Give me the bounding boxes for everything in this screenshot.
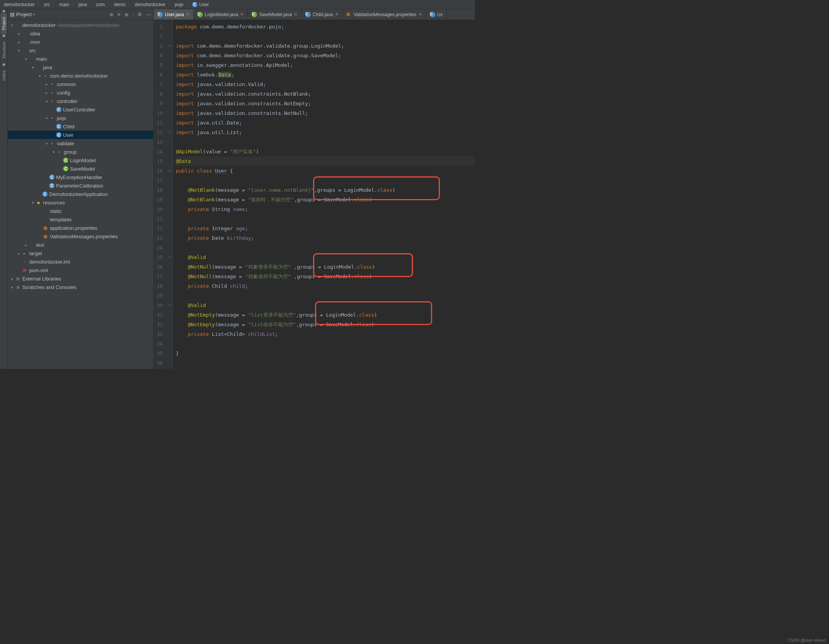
code-line-6[interactable]: import lombok.Data; [176, 70, 475, 80]
tree-twisty-icon[interactable]: ▸ [10, 277, 14, 281]
tree-item-savemodel[interactable]: SaveModel [8, 164, 153, 173]
tree-item-java[interactable]: ▾java [8, 63, 153, 71]
code-line-1[interactable]: package com.demo.demofordocker.pojo; [176, 22, 475, 32]
tree-twisty-icon[interactable]: ▾ [51, 150, 55, 154]
fold-marker-icon[interactable]: ⊟ [167, 166, 172, 176]
tree-item-loginmodel[interactable]: LoginModel [8, 156, 153, 164]
fold-gutter[interactable]: ⊟⊟⊟⊟⊟ [167, 20, 173, 369]
code-line-14[interactable]: @ApiModel(value = "用户实体") [176, 147, 475, 156]
close-icon[interactable]: ✕ [186, 12, 189, 17]
settings-icon[interactable]: ⚙ [138, 12, 142, 17]
tree-twisty-icon[interactable]: ▸ [17, 32, 21, 36]
tree-twisty-icon[interactable]: ▾ [31, 201, 35, 205]
tree-twisty-icon[interactable]: ▸ [17, 40, 21, 44]
code-line-32[interactable]: @NotEmpty(message = "list保存不能为空",groups … [176, 320, 475, 329]
tree-item-validate[interactable]: ▾validate [8, 139, 153, 148]
code-line-18[interactable]: @NotBlank(message = "{user.name.notBlank… [176, 185, 475, 195]
tree-item-common[interactable]: ▸common [8, 80, 153, 88]
code-line-34[interactable] [176, 339, 475, 349]
tree-twisty-icon[interactable]: ▾ [24, 57, 28, 61]
breadcrumb-item[interactable]: pojo [174, 2, 184, 7]
code-line-2[interactable] [176, 32, 475, 41]
code-line-28[interactable]: private Child child; [176, 281, 475, 291]
breadcrumb-item[interactable]: demo [113, 2, 126, 7]
tree-item-main[interactable]: ▾main [8, 55, 153, 63]
code-line-8[interactable]: import javax.validation.constraints.NotB… [176, 89, 475, 99]
editor-tab-child-java[interactable]: Child.java✕ [302, 9, 343, 20]
code-line-25[interactable]: @Valid [176, 252, 475, 262]
code-line-3[interactable]: import com.demo.demofordocker.validate.g… [176, 41, 475, 51]
tree-item-com-demo-demofordocker[interactable]: ▾com.demo.demofordocker [8, 71, 153, 80]
collapse-all-icon[interactable]: ≣ [124, 12, 129, 17]
code-line-33[interactable]: private List<Child> childList; [176, 329, 475, 339]
tree-item-parametercalibration[interactable]: ParameterCalibration [8, 181, 153, 190]
select-opened-file-icon[interactable]: ⊕ [109, 12, 114, 17]
tree-twisty-icon[interactable]: ▾ [38, 74, 41, 78]
tree-item-demofordockerapplication[interactable]: DemofordockerApplication [8, 190, 153, 198]
tree-twisty-icon[interactable]: ▾ [45, 116, 48, 120]
code-line-16[interactable]: public class User { [176, 166, 475, 176]
tree-item-myexceptionhandler[interactable]: MyExceptionHandler [8, 173, 153, 181]
tree-item-application-properties[interactable]: application.properties [8, 224, 153, 232]
code-line-15[interactable]: @Data [176, 156, 475, 166]
breadcrumb-item[interactable]: demofordocker [3, 2, 35, 7]
code-line-30[interactable]: @Valid [176, 300, 475, 310]
code-line-19[interactable]: @NotBlank(message = "保存时，不能为空",groups = … [176, 195, 475, 204]
tree-item-group[interactable]: ▾group [8, 148, 153, 156]
code-line-31[interactable]: @NotEmpty(message = "list登录不能为空",groups … [176, 310, 475, 320]
tree-item-controller[interactable]: ▾controller [8, 97, 153, 105]
tree-item-demofordocker-iml[interactable]: demofordocker.iml [8, 257, 153, 266]
breadcrumb-item[interactable]: com [95, 2, 106, 7]
tree-item-scratches-and-consoles[interactable]: ▸Scratches and Consoles [8, 283, 153, 291]
code-line-35[interactable]: } [176, 349, 475, 358]
tree-item-test[interactable]: ▸test [8, 241, 153, 249]
code-line-26[interactable]: @NotNull(message = "对象登录不能为空" ,groups = … [176, 262, 475, 272]
breadcrumb-item[interactable]: src [43, 2, 51, 7]
code-line-10[interactable]: import javax.validation.constraints.NotN… [176, 108, 475, 118]
tree-twisty-icon[interactable]: ▸ [45, 82, 48, 86]
tree-twisty-icon[interactable]: ▾ [31, 65, 35, 70]
sidebar-title[interactable]: Project [16, 12, 32, 17]
breadcrumb-item[interactable]: java [78, 2, 88, 7]
tree-item-pojo[interactable]: ▾pojo [8, 114, 153, 122]
tree-item--mvn[interactable]: ▸.mvn [8, 38, 153, 46]
breadcrumb-item[interactable]: User [199, 2, 210, 7]
fold-marker-icon[interactable]: ⊟ [167, 252, 172, 262]
tree-twisty-icon[interactable]: ▸ [17, 251, 21, 256]
code-line-21[interactable] [176, 214, 475, 224]
close-icon[interactable]: ✕ [240, 12, 244, 17]
tree-twisty-icon[interactable]: ▸ [10, 285, 14, 289]
tree-item-templates[interactable]: templates [8, 215, 153, 224]
code-line-36[interactable] [176, 358, 475, 368]
code-line-13[interactable] [176, 137, 475, 147]
tool-window-tab-orites[interactable]: orites [1, 66, 7, 85]
editor-tab-validationmessages-properties[interactable]: ValidationMessages.properties✕ [343, 9, 426, 20]
code-line-22[interactable]: private Integer age; [176, 224, 475, 233]
editor-tab-loginmodel-java[interactable]: LoginModel.java✕ [194, 9, 248, 20]
tree-item--idea[interactable]: ▸.idea [8, 29, 153, 38]
tree-item-usercontroller[interactable]: UserController [8, 105, 153, 114]
tool-window-tab-project[interactable]: Project [1, 13, 7, 34]
tree-item-target[interactable]: ▸target [8, 249, 153, 257]
breadcrumb-item[interactable]: main [58, 2, 70, 7]
tree-twisty-icon[interactable]: ▸ [24, 243, 28, 247]
tree-item-pom-xml[interactable]: pom.xml [8, 266, 153, 274]
tool-window-tab-structure[interactable]: Structure [1, 38, 7, 63]
code-line-24[interactable] [176, 243, 475, 252]
chevron-down-icon[interactable]: ▾ [33, 12, 35, 17]
tree-item-config[interactable]: ▸config [8, 88, 153, 97]
fold-marker-icon[interactable]: ⊟ [167, 300, 172, 310]
project-tree[interactable]: ▾demofordocker ~/iworkspace/demofordocke… [8, 20, 153, 369]
tree-item-static[interactable]: static [8, 207, 153, 215]
minimize-icon[interactable]: — [146, 12, 151, 17]
editor-tab-savemodel-java[interactable]: SaveModel.java✕ [248, 9, 301, 20]
code-editor[interactable]: 1234567891011121314151617181920212223242… [154, 20, 475, 369]
editor-tabs[interactable]: User.java✕LoginModel.java✕SaveModel.java… [154, 9, 475, 20]
tree-twisty-icon[interactable]: ▾ [45, 99, 48, 103]
code-line-29[interactable] [176, 291, 475, 300]
expand-all-icon[interactable]: ≡ [118, 12, 121, 17]
tree-item-src[interactable]: ▾src [8, 46, 153, 55]
fold-marker-icon[interactable]: ⊟ [167, 128, 172, 137]
code-line-11[interactable]: import java.util.Date; [176, 118, 475, 128]
code-line-9[interactable]: import javax.validation.constraints.NotE… [176, 99, 475, 108]
